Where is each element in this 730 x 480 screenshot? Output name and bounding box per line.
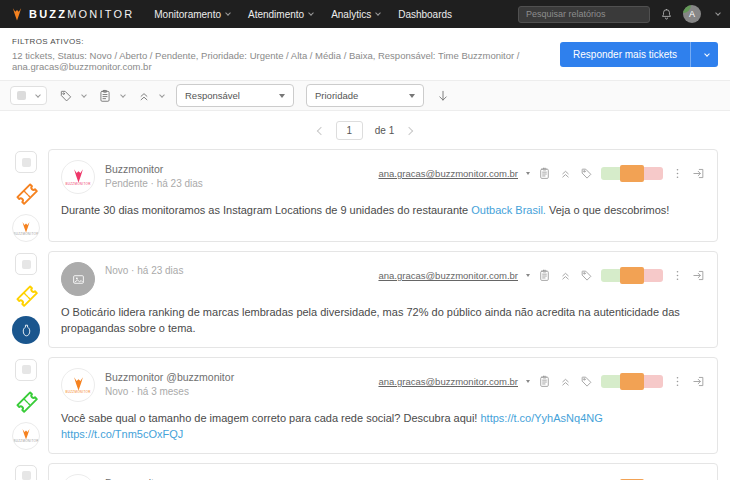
ticket-checkbox[interactable] [15, 253, 37, 275]
priority-button[interactable] [559, 375, 572, 388]
sentiment-neutral-button[interactable] [620, 373, 644, 390]
sentiment-positive-button[interactable] [601, 269, 620, 282]
open-ticket-button[interactable] [692, 375, 705, 388]
nav-menu-item-analytics[interactable]: Analytics [331, 9, 380, 20]
ticket-message-text: Você sabe qual o tamanho de imagem corre… [61, 411, 705, 443]
priority-ticket-icon[interactable] [13, 388, 40, 415]
sentiment-neutral-button[interactable] [620, 267, 644, 284]
ticket-actions: ana.gracas@buzzmonitor.com.br [378, 160, 705, 182]
brand-logo[interactable]: BUZZMONITOR [10, 7, 134, 21]
status-button[interactable] [538, 269, 551, 282]
channel-avatar[interactable]: BUZZMONITOR [12, 422, 40, 450]
clipboard-icon [538, 269, 551, 282]
channel-avatar[interactable]: BUZZMONITOR [12, 316, 40, 344]
priority-ticket-icon[interactable] [13, 282, 40, 309]
message-link[interactable]: https://t.co/YyhAsNq4NG [480, 412, 602, 424]
ticket-author-name: Buzzmonitor @buzzmonitor [105, 371, 234, 383]
ticket-author-avatar[interactable]: BUZZMONITOR [61, 474, 95, 480]
assignee-email-link[interactable]: ana.gracas@buzzmonitor.com.br [378, 168, 518, 179]
sentiment-neutral-button[interactable] [620, 165, 644, 182]
bulk-actions-toolbar: Responsável Prioridade [0, 80, 730, 111]
nav-menu-item-dashboards[interactable]: Dashboards [398, 9, 452, 20]
priority-button[interactable] [559, 269, 572, 282]
user-menu-chevron-icon[interactable] [715, 10, 721, 16]
more-options-button[interactable] [671, 269, 684, 282]
priority-action-button[interactable] [137, 89, 164, 103]
boticario-bottle-icon [19, 323, 34, 338]
tag-action-button[interactable] [59, 89, 86, 103]
ticket-status-time: Pendente · há 23 dias [105, 178, 203, 189]
respond-more-tickets-button[interactable]: Responder mais tickets [560, 42, 718, 67]
ticket-checkbox[interactable] [15, 151, 37, 173]
photo-placeholder-icon [72, 273, 85, 286]
channel-avatar[interactable]: BUZZMONITOR [12, 214, 40, 242]
buzzmonitor-bird-icon [71, 376, 86, 391]
checkbox-icon [22, 471, 31, 480]
sentiment-negative-button[interactable] [644, 269, 663, 282]
message-text: O Boticário lidera ranking de marcas lem… [61, 306, 680, 334]
user-avatar[interactable]: A [683, 5, 701, 23]
sentiment-positive-button[interactable] [601, 375, 620, 388]
ticket-message-text: O Boticário lidera ranking de marcas lem… [61, 305, 705, 337]
assignee-caret-icon[interactable] [526, 172, 530, 175]
status-button[interactable] [538, 167, 551, 180]
sentiment-negative-button[interactable] [644, 167, 663, 180]
open-ticket-button[interactable] [692, 269, 705, 282]
sentiment-negative-button[interactable] [644, 375, 663, 388]
more-options-button[interactable] [671, 375, 684, 388]
bell-icon[interactable] [660, 8, 673, 21]
main-nav-menu: MonitoramentoAtendimentoAnalyticsDashboa… [154, 9, 452, 20]
more-options-button[interactable] [671, 167, 684, 180]
ticket-checkbox[interactable] [15, 359, 37, 381]
open-ticket-button[interactable] [692, 167, 705, 180]
ticket-card[interactable]: BUZZMONITOR Buzzmonitor Pendente · há 23… [48, 149, 718, 242]
message-link[interactable]: Outback Brasil. [471, 204, 546, 216]
chevron-down-icon [704, 51, 710, 57]
brand-light: MONITOR [67, 8, 134, 20]
ticket-author-avatar[interactable]: BUZZMONITOR [61, 160, 95, 194]
ticket-row: BUZZMONITOR BUZZMONITOR [4, 357, 718, 454]
tag-icon [580, 269, 593, 282]
next-page-icon[interactable] [405, 126, 413, 134]
tag-button[interactable] [580, 167, 593, 180]
search-input[interactable] [518, 6, 650, 23]
prioridade-select[interactable]: Prioridade [306, 84, 424, 107]
ticket-status-time: Novo · há 3 meses [105, 386, 234, 397]
sentiment-positive-button[interactable] [601, 167, 620, 180]
sort-descending-icon[interactable] [436, 89, 450, 103]
ticket-card[interactable]: BUZZMONITOR Buzzmonitor @buzzmonitor Nov… [48, 357, 718, 454]
nav-menu-item-atendimento[interactable]: Atendimento [248, 9, 313, 20]
message-link[interactable]: https://t.co/Tnm5cOxFQJ [61, 428, 183, 440]
priority-button[interactable] [559, 167, 572, 180]
tag-button[interactable] [580, 375, 593, 388]
ticket-gutter: BUZZMONITOR [4, 463, 48, 480]
priority-ticket-icon[interactable] [13, 180, 40, 207]
assignee-caret-icon[interactable] [526, 380, 530, 383]
status-action-button[interactable] [98, 89, 125, 103]
ticket-row: BUZZMONITOR BUZZMONITOR [4, 463, 718, 480]
ticket-card[interactable]: BUZZMONITOR Novo · há 23 dias ana.gracas… [48, 251, 718, 348]
kebab-menu-icon [671, 269, 684, 282]
select-all-button[interactable] [10, 86, 47, 105]
assignee-caret-icon[interactable] [526, 274, 530, 277]
select-arrow-icon [279, 94, 285, 98]
respond-more-tickets-caret[interactable] [690, 42, 718, 67]
assignee-email-link[interactable]: ana.gracas@buzzmonitor.com.br [378, 270, 518, 281]
brand-wordmark: BUZZMONITOR [29, 8, 134, 20]
nav-menu-label: Atendimento [248, 9, 304, 20]
responsavel-select[interactable]: Responsável [176, 84, 294, 107]
of-word: de [375, 125, 386, 136]
ticket-checkbox[interactable] [15, 465, 37, 480]
ticket-header: BUZZMONITOR Buzzmonitor Pendente · há 23… [61, 160, 705, 194]
chevron-down-icon [120, 92, 126, 98]
ticket-card[interactable]: BUZZMONITOR Buzzmonitor Novo · há 5 mese… [48, 463, 718, 480]
tag-button[interactable] [580, 269, 593, 282]
ticket-author-avatar[interactable]: BUZZMONITOR [61, 368, 95, 402]
prev-page-icon[interactable] [317, 126, 325, 134]
assignee-email-link[interactable]: ana.gracas@buzzmonitor.com.br [378, 376, 518, 387]
active-filters-text: FILTROS ATIVOS: 12 tickets, Status: Novo… [12, 37, 544, 72]
status-button[interactable] [538, 375, 551, 388]
page-number-input[interactable] [336, 121, 363, 140]
nav-menu-item-monitoramento[interactable]: Monitoramento [154, 9, 230, 20]
ticket-author-avatar[interactable]: BUZZMONITOR [61, 262, 95, 296]
